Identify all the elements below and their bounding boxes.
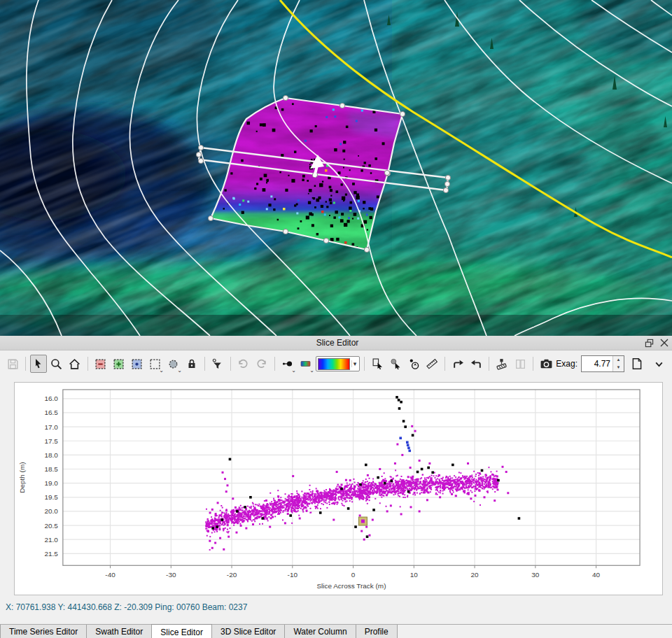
report-button[interactable] [628, 355, 646, 373]
selection-shape-button[interactable]: ⌄ [147, 355, 164, 373]
slice-plot-panel: 16.016.517.017.518.018.519.019.520.020.5… [14, 382, 663, 595]
selection-handle[interactable] [198, 158, 203, 163]
brush-shape-button[interactable]: ⌄ [165, 355, 182, 373]
chevron-down-icon: ⌄ [177, 368, 182, 374]
selection-handle[interactable] [323, 238, 328, 243]
filter-icon [211, 358, 223, 370]
svg-text:20: 20 [471, 571, 479, 579]
measure-button[interactable] [424, 355, 440, 373]
tab-time-series-editor[interactable]: Time Series Editor [0, 625, 87, 638]
accept-selection-button[interactable] [111, 355, 127, 373]
point-size-button[interactable]: ⌄ [279, 355, 296, 373]
colormap-select[interactable]: ▾ [316, 356, 360, 371]
select-beam-icon [390, 358, 402, 370]
selection-handle[interactable] [445, 175, 450, 180]
color-by-button[interactable]: ⌄ [298, 355, 314, 373]
tab-3d-slice-editor[interactable]: 3D Slice Editor [211, 625, 285, 638]
exag-input[interactable] [582, 356, 612, 371]
svg-text:17.5: 17.5 [44, 437, 58, 445]
svg-text:19.0: 19.0 [44, 479, 58, 487]
svg-text:-20: -20 [227, 571, 237, 579]
undo-button[interactable] [235, 355, 252, 373]
bathymetry-3d-view[interactable] [0, 0, 672, 336]
pointer-icon [33, 358, 44, 369]
pointer-tool-button[interactable] [30, 355, 47, 373]
selection-handle[interactable] [208, 215, 213, 220]
colormap-swatch [318, 358, 350, 370]
step-back-button[interactable] [468, 355, 484, 373]
svg-text:16.0: 16.0 [44, 395, 58, 402]
svg-text:40: 40 [592, 571, 601, 579]
svg-text:19.5: 19.5 [44, 493, 58, 501]
slice-scatter-plot[interactable]: 16.016.517.017.518.018.519.019.520.020.5… [15, 383, 662, 595]
close-panel-button[interactable] [657, 336, 672, 349]
svg-text:16.5: 16.5 [44, 409, 58, 416]
select-inside-button[interactable] [129, 355, 146, 373]
selection-handle[interactable] [283, 95, 288, 100]
chevron-down-icon [654, 359, 664, 369]
close-icon [660, 339, 668, 347]
float-panel-button[interactable] [641, 336, 657, 349]
panel-title: Slice Editor [34, 338, 641, 348]
select-beam-button[interactable] [387, 355, 404, 373]
svg-text:20.5: 20.5 [44, 522, 58, 530]
selection-handle[interactable] [198, 145, 203, 150]
selected-sounding-marker[interactable] [358, 517, 367, 525]
chevron-down-icon: ⌄ [159, 368, 164, 374]
home-view-button[interactable] [66, 355, 83, 373]
svg-text:18.5: 18.5 [44, 465, 58, 473]
save-button[interactable] [4, 355, 21, 373]
tab-profile[interactable]: Profile [356, 625, 398, 638]
chevron-down-icon: ⌄ [291, 368, 296, 374]
toolbar-overflow-button[interactable] [650, 355, 668, 373]
selection-handle[interactable] [364, 247, 369, 252]
report-icon [631, 357, 643, 370]
selection-handle[interactable] [444, 181, 449, 186]
center-on-point-icon [408, 358, 420, 370]
exag-decrease-button[interactable]: ▼ [613, 364, 624, 371]
select-ping-button[interactable] [369, 355, 386, 373]
split-view-icon [514, 358, 526, 370]
selection-handle[interactable] [384, 170, 389, 175]
reject-selection-icon [94, 358, 106, 370]
select-ping-icon [372, 358, 384, 370]
place-marker-button[interactable] [493, 355, 510, 373]
selection-handle[interactable] [400, 111, 405, 116]
step-forward-button[interactable] [449, 355, 466, 373]
center-on-point-button[interactable] [405, 355, 422, 373]
selection-handle[interactable] [196, 152, 201, 157]
svg-text:-30: -30 [166, 571, 176, 579]
selection-handle[interactable] [340, 103, 344, 108]
tab-slice-editor[interactable]: Slice Editor [151, 624, 212, 638]
selection-handle[interactable] [283, 229, 288, 234]
exag-increase-button[interactable]: ▲ [613, 356, 624, 364]
svg-text:21.0: 21.0 [44, 536, 58, 544]
chevron-down-icon: ⌄ [309, 368, 314, 374]
svg-text:20.0: 20.0 [44, 507, 58, 515]
exag-label: Exag: [556, 359, 578, 369]
cursor-status-readout: X: 70761.938 Y: 441430.668 Z: -20.309 Pi… [6, 602, 672, 612]
svg-text:-10: -10 [288, 571, 298, 579]
redo-icon [255, 358, 267, 370]
redo-button[interactable] [253, 355, 270, 373]
tab-water-column[interactable]: Water Column [284, 625, 356, 638]
svg-text:30: 30 [531, 571, 540, 579]
snapshot-icon [540, 358, 553, 369]
snapshot-button[interactable] [538, 355, 554, 373]
selection-handle[interactable] [443, 187, 448, 192]
place-marker-icon [496, 358, 508, 370]
svg-text:Slice Across Track (m): Slice Across Track (m) [316, 582, 386, 590]
lock-icon [186, 358, 197, 369]
filter-button[interactable] [209, 355, 226, 373]
reject-outside-button[interactable] [92, 355, 109, 373]
select-inside-icon [131, 358, 143, 370]
step-forward-icon [452, 358, 464, 370]
lock-button[interactable] [183, 355, 200, 373]
svg-text:21.5: 21.5 [44, 550, 58, 558]
panel-titlebar: Slice Editor [0, 336, 672, 350]
step-back-icon [470, 358, 482, 370]
tab-swath-editor[interactable]: Swath Editor [86, 625, 152, 638]
svg-text:17.0: 17.0 [44, 423, 58, 431]
zoom-tool-button[interactable] [48, 355, 65, 373]
split-view-button[interactable] [512, 355, 528, 373]
